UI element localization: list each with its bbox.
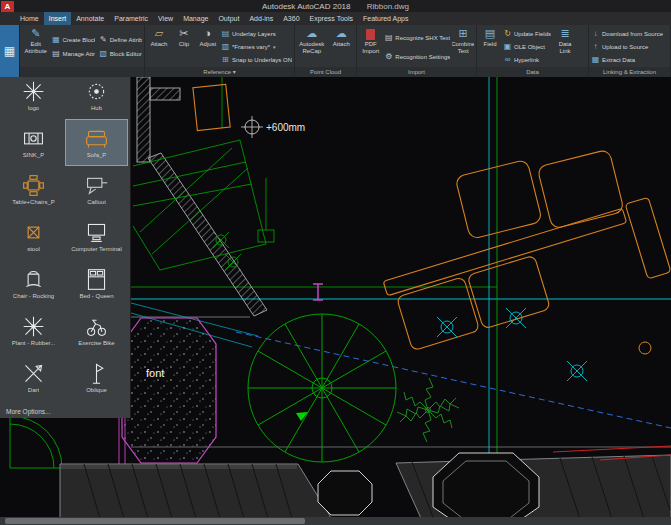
palette-item-callout[interactable]: Callout [65, 166, 128, 213]
update-fields-icon: ↻ [503, 30, 512, 38]
point-cloud-panel-label[interactable]: Point Cloud [295, 67, 356, 77]
linking-extraction-panel: ↓ Download from Source ↑ Upload to Sourc… [589, 25, 671, 77]
adjust-button[interactable]: ◑ Adjust [197, 27, 219, 67]
field-button[interactable]: ▤ Field [479, 27, 501, 67]
extract-data-button[interactable]: ▦ Extract Data [591, 54, 663, 66]
import-panel: PDF Import ▤ Recognize SHX Text ⚙ Recogn… [357, 25, 477, 77]
define-attributes-button[interactable]: ✎ Define Attributes [99, 34, 142, 46]
data-link-button[interactable]: ≣ Data Link [553, 27, 577, 67]
recognize-shx-icon: ▤ [384, 34, 393, 42]
app-title: Autodesk AutoCAD 2018 [262, 2, 351, 11]
reference-panel: ▱ Attach ✂ Clip ◑ Adjust ▤ Underlay Laye… [145, 25, 295, 77]
palette-grid: logo Hub SINK_P Sofa_P Table+Chairs_P Ca… [0, 70, 130, 404]
edit-attribute-button[interactable]: ✎ Edit Attribute [22, 27, 50, 67]
snap-underlays-icon: ⊞ [221, 56, 230, 64]
tab-addins[interactable]: Add-ins [244, 12, 278, 25]
sink-block-icon [21, 126, 46, 151]
horizontal-scrollbar-thumb[interactable] [5, 518, 305, 524]
app-logo[interactable]: A [1, 1, 14, 12]
tab-annotate[interactable]: Annotate [71, 12, 109, 25]
import-panel-label[interactable]: Import [357, 67, 476, 77]
pdf-icon [366, 27, 375, 41]
ole-object-button[interactable]: ▣ OLE Object [503, 41, 551, 53]
logo-block-icon [21, 79, 46, 104]
underlay-layers-button[interactable]: ▤ Underlay Layers [221, 28, 292, 40]
data-panel: ▤ Field ↻ Update Fields ▣ OLE Object ∞ H… [477, 25, 589, 77]
block-panel: ✎ Edit Attribute ▦ Create Block ✎ Define… [20, 25, 145, 77]
tab-insert[interactable]: Insert [44, 12, 72, 25]
palette-item-oblique[interactable]: Oblique [65, 354, 128, 401]
tab-output[interactable]: Output [213, 12, 244, 25]
palette-item-logo[interactable]: logo [2, 72, 65, 119]
more-options-link[interactable]: More Options... [0, 404, 130, 418]
update-fields-button[interactable]: ↻ Update Fields [503, 28, 551, 40]
palette-item-stool[interactable]: stool [2, 213, 65, 260]
tab-featured-apps[interactable]: Featured Apps [358, 12, 414, 25]
extract-data-icon: ▦ [591, 56, 600, 64]
window-title: Autodesk AutoCAD 2018 Ribbon.dwg [0, 2, 671, 11]
autodesk-recap-button[interactable]: ☁ Autodesk ReCap [297, 27, 326, 67]
clip-button[interactable]: ✂ Clip [173, 27, 195, 67]
palette-item-table-chairs[interactable]: Table+Chairs_P [2, 166, 65, 213]
bed-block-icon [84, 267, 109, 292]
create-block-icon: ▦ [52, 36, 61, 44]
palette-item-exercise-bike[interactable]: Exercise Bike [65, 307, 128, 354]
upload-to-source-button[interactable]: ↑ Upload to Source [591, 41, 663, 53]
block-editor-button[interactable]: ▧ Block Editor [99, 48, 142, 60]
manage-attributes-button[interactable]: ▤ Manage Attributes [52, 48, 95, 60]
attach-button[interactable]: ▱ Attach [147, 27, 171, 67]
recognition-settings-icon: ⚙ [384, 53, 393, 61]
palette-item-chair-rocking[interactable]: Chair - Rocking [2, 260, 65, 307]
tab-manage[interactable]: Manage [178, 12, 213, 25]
document-title: Ribbon.dwg [367, 2, 409, 11]
palette-item-sink[interactable]: SINK_P [2, 119, 65, 166]
download-from-source-button[interactable]: ↓ Download from Source [591, 28, 663, 40]
ribbon: ▦ ✎ Edit Attribute ▦ Create Block ✎ Defi… [0, 25, 671, 77]
edit-attribute-icon: ✎ [31, 27, 40, 41]
define-attributes-icon: ✎ [99, 36, 108, 44]
palette-item-plant-rubber[interactable]: Plant - Rubber... [2, 307, 65, 354]
tab-parametric[interactable]: Parametric [109, 12, 153, 25]
recognition-settings-button[interactable]: ⚙ Recognition Settings [384, 51, 450, 63]
tab-home[interactable]: Home [15, 12, 44, 25]
rocking-chair-block-icon [21, 267, 46, 292]
point-cloud-attach-icon: ☁ [336, 27, 347, 41]
download-icon: ↓ [591, 30, 600, 38]
frames-dropdown[interactable]: ▥ *Frames vary* ▾ [221, 41, 292, 53]
palette-item-sofa[interactable]: Sofa_P [65, 119, 128, 166]
data-panel-label[interactable]: Data [477, 67, 588, 77]
create-block-button[interactable]: ▦ Create Block [52, 34, 95, 46]
table-chairs-block-icon [21, 173, 46, 198]
frames-icon: ▥ [221, 43, 230, 51]
ole-object-icon: ▣ [503, 43, 512, 51]
exercise-bike-block-icon [84, 314, 109, 339]
palette-item-dart[interactable]: Dart [2, 354, 65, 401]
tab-express-tools[interactable]: Express Tools [305, 12, 358, 25]
computer-terminal-block-icon [84, 220, 109, 245]
dart-block-icon [21, 361, 46, 386]
attach-icon: ▱ [155, 27, 163, 41]
tab-view[interactable]: View [153, 12, 178, 25]
hatched-room [122, 318, 216, 463]
ribbon-tab-bar: Home Insert Annotate Parametric View Man… [0, 12, 671, 25]
point-cloud-attach-button[interactable]: ☁ Attach [328, 27, 354, 67]
pdf-import-button[interactable]: PDF Import [359, 27, 382, 67]
insert-block-button[interactable]: ▦ [0, 25, 20, 77]
palette-item-bed-queen[interactable]: Bed - Queen [65, 260, 128, 307]
sofa-block-icon [84, 126, 109, 151]
linking-panel-label[interactable]: Linking & Extraction [589, 67, 670, 77]
palette-item-computer-terminal[interactable]: Computer Terminal [65, 213, 128, 260]
data-link-icon: ≣ [560, 27, 569, 41]
reference-panel-label[interactable]: Reference ▾ [145, 67, 294, 77]
hyperlink-icon: ∞ [503, 56, 512, 64]
adjust-icon: ◑ [205, 27, 212, 41]
tab-a360[interactable]: A360 [278, 12, 304, 25]
hyperlink-button[interactable]: ∞ Hyperlink [503, 54, 551, 66]
hub-block-icon [84, 79, 109, 104]
snap-to-underlays-toggle[interactable]: ⊞ Snap to Underlays ON [221, 54, 292, 66]
horizontal-scrollbar[interactable] [0, 517, 671, 525]
recognize-shx-text-button[interactable]: ▤ Recognize SHX Text [384, 32, 450, 44]
font-text-label: font [146, 367, 164, 379]
combine-text-button[interactable]: ⊞ Combine Text [452, 27, 474, 67]
palette-item-hub[interactable]: Hub [65, 72, 128, 119]
